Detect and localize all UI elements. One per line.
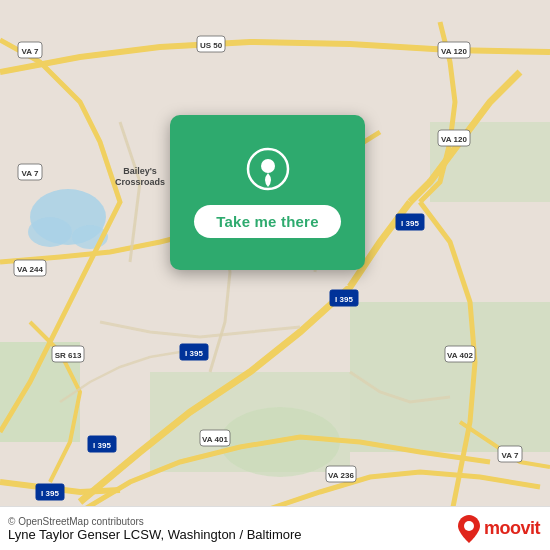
svg-point-45 <box>464 521 474 531</box>
svg-text:VA 7: VA 7 <box>22 47 39 56</box>
svg-text:I 395: I 395 <box>41 489 59 498</box>
svg-point-2 <box>28 217 72 247</box>
svg-rect-5 <box>350 302 550 452</box>
svg-text:I 395: I 395 <box>401 219 419 228</box>
svg-text:Bailey's: Bailey's <box>123 166 157 176</box>
location-name: Lyne Taylor Genser LCSW, Washington / Ba… <box>8 527 302 542</box>
svg-text:I 395: I 395 <box>335 295 353 304</box>
bottom-bar: © OpenStreetMap contributors Lyne Taylor… <box>0 506 550 550</box>
take-me-there-button[interactable]: Take me there <box>194 205 340 238</box>
svg-text:VA 7: VA 7 <box>22 169 39 178</box>
svg-text:VA 244: VA 244 <box>17 265 43 274</box>
svg-text:VA 7: VA 7 <box>502 451 519 460</box>
svg-text:VA 120: VA 120 <box>441 135 467 144</box>
location-pin-icon <box>246 147 290 191</box>
map-container: VA 7 US 50 VA 120 VA 120 VA 7 VA 244 I 3… <box>0 0 550 550</box>
svg-text:I 395: I 395 <box>185 349 203 358</box>
svg-text:Crossroads: Crossroads <box>115 177 165 187</box>
moovit-pin-icon <box>458 515 480 543</box>
moovit-logo: moovit <box>458 515 540 543</box>
svg-text:VA 236: VA 236 <box>328 471 354 480</box>
map-background: VA 7 US 50 VA 120 VA 120 VA 7 VA 244 I 3… <box>0 0 550 550</box>
svg-text:SR 613: SR 613 <box>55 351 82 360</box>
moovit-brand-text: moovit <box>484 518 540 539</box>
popup-card: Take me there <box>170 115 365 270</box>
svg-point-44 <box>261 159 275 173</box>
svg-text:VA 120: VA 120 <box>441 47 467 56</box>
svg-text:VA 402: VA 402 <box>447 351 473 360</box>
bottom-left-info: © OpenStreetMap contributors Lyne Taylor… <box>8 516 302 542</box>
svg-text:US 50: US 50 <box>200 41 223 50</box>
svg-text:I 395: I 395 <box>93 441 111 450</box>
svg-text:VA 401: VA 401 <box>202 435 228 444</box>
copyright-text: © OpenStreetMap contributors <box>8 516 302 527</box>
